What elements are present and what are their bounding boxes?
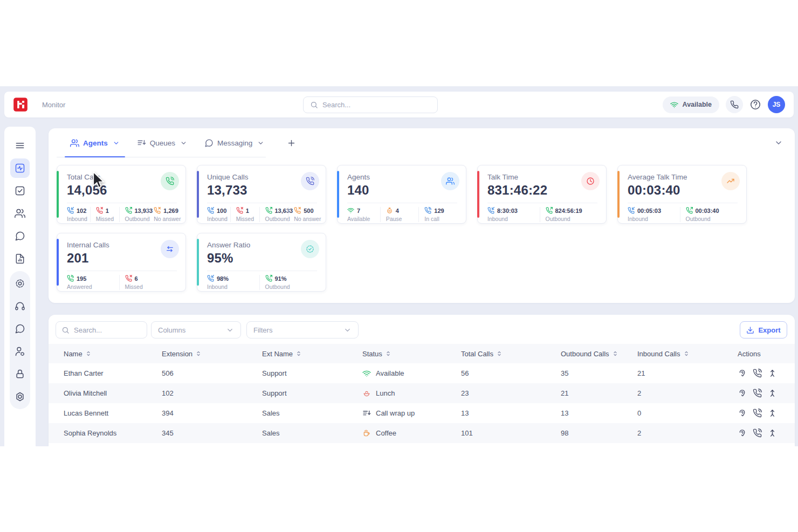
listen-action-button[interactable] <box>738 429 747 438</box>
whisper-action-button[interactable] <box>753 429 762 438</box>
column-header-outbound-calls[interactable]: Outbound Calls <box>561 350 637 358</box>
sort-icon[interactable] <box>385 350 391 357</box>
cell-total-calls: 56 <box>461 369 561 377</box>
stat-card-agents: Agents1407Available4Pause129In call <box>337 165 466 224</box>
listen-action-button[interactable] <box>738 409 747 418</box>
card-accent-bar <box>197 171 199 218</box>
substat-answered: 195Answered <box>67 275 119 290</box>
panel-collapse-button[interactable] <box>774 139 783 147</box>
help-button[interactable] <box>749 99 761 110</box>
tab-agents[interactable]: Agents <box>65 128 125 157</box>
cell-ext-name: Sales <box>262 429 362 437</box>
cell-name: Olivia Mitchell <box>64 389 162 397</box>
table-row[interactable]: Lucas Bennett394SalesCall wrap up13130 <box>49 403 795 423</box>
substat-label: In call <box>424 216 457 222</box>
cell-status: Available <box>362 369 461 378</box>
column-header-name[interactable]: Name <box>64 350 162 358</box>
cell-inbound-calls: 2 <box>637 429 738 437</box>
sidebar-item-menu[interactable] <box>10 134 30 157</box>
merge-icon <box>768 369 777 378</box>
substat-label: Answered <box>67 284 119 290</box>
column-header-inbound-calls[interactable]: Inbound Calls <box>637 350 738 358</box>
sort-icon[interactable] <box>683 350 690 357</box>
sidebar-item-chat-2[interactable] <box>10 317 30 340</box>
phone-call-icon <box>753 429 762 438</box>
column-header-extension[interactable]: Extension <box>162 350 262 358</box>
add-tab-button[interactable] <box>284 135 299 150</box>
download-icon <box>746 326 754 334</box>
barge-action-button[interactable] <box>768 389 777 398</box>
sidebar-item-users[interactable] <box>10 202 30 225</box>
sidebar-item-headset-1[interactable] <box>10 295 30 317</box>
phone-missed-icon <box>236 207 243 214</box>
table-row[interactable]: Olivia Mitchell102SupportLunch23212 <box>49 383 795 403</box>
check-circle-dashed-icon <box>306 245 314 253</box>
page-title: Monitor <box>42 101 65 109</box>
tab-messaging[interactable]: Messaging <box>199 128 270 157</box>
whisper-action-button[interactable] <box>753 389 762 398</box>
chart-line-icon <box>726 177 735 185</box>
sidebar-item-nut-5[interactable] <box>10 385 30 408</box>
listen-action-button[interactable] <box>738 369 747 378</box>
sort-icon[interactable] <box>85 350 92 357</box>
sidebar-item-lock-4[interactable] <box>10 363 30 385</box>
listen-action-button[interactable] <box>738 389 747 398</box>
wifi-icon <box>670 101 678 109</box>
phone-button[interactable] <box>726 96 743 113</box>
table-search-input[interactable] <box>74 326 141 334</box>
tab-label: Agents <box>83 139 108 147</box>
global-search-input[interactable] <box>322 101 431 109</box>
sidebar-item-check-square[interactable] <box>10 179 30 202</box>
substat-value: 129 <box>434 208 444 214</box>
sidebar-item-user-gear-3[interactable] <box>10 340 30 363</box>
sidebar-item-gear-0[interactable] <box>10 272 30 295</box>
card-icon-badge <box>161 240 179 258</box>
table-row[interactable]: Sophia Reynolds345SalesCoffee101982 <box>49 423 795 443</box>
app-logo-icon[interactable] <box>13 97 28 112</box>
cell-ext-name: Support <box>262 369 362 377</box>
sort-icon[interactable] <box>195 350 202 357</box>
search-icon <box>61 326 70 334</box>
substat-value: 824:56:19 <box>555 208 582 214</box>
sidebar-item-file-chart[interactable] <box>10 247 30 270</box>
sidebar-item-activity-square[interactable] <box>10 158 30 178</box>
whisper-action-button[interactable] <box>753 409 762 418</box>
filters-dropdown[interactable]: Filters <box>246 321 359 338</box>
agents-table-panel: Columns Filters Export NameExtensionExt … <box>49 315 795 446</box>
wifi-icon <box>347 207 354 214</box>
avatar[interactable]: JS <box>768 96 785 113</box>
columns-dropdown[interactable]: Columns <box>151 321 241 338</box>
column-header-total-calls[interactable]: Total Calls <box>461 350 561 358</box>
barge-action-button[interactable] <box>768 429 777 438</box>
phone-incoming-icon <box>487 207 494 214</box>
whisper-action-button[interactable] <box>753 369 762 378</box>
sort-icon[interactable] <box>496 350 503 357</box>
chevron-down-icon <box>226 326 234 334</box>
substat-pause: 4Pause <box>380 207 419 222</box>
substat-value: 00:05:03 <box>637 208 661 214</box>
sort-icon[interactable] <box>612 350 618 357</box>
sidebar-item-chat[interactable] <box>10 225 30 247</box>
swap-icon <box>166 245 174 253</box>
cell-extension: 394 <box>162 409 262 417</box>
tab-queues[interactable]: Queues <box>132 128 192 157</box>
chat-icon <box>15 323 25 334</box>
sort-icon[interactable] <box>295 350 302 357</box>
column-header-status[interactable]: Status <box>362 350 461 358</box>
substat-inbound: 98%Inbound <box>207 275 259 290</box>
export-button[interactable]: Export <box>740 321 787 338</box>
barge-action-button[interactable] <box>768 409 777 418</box>
substat-label: Missed <box>236 216 259 222</box>
plus-icon <box>287 139 296 148</box>
cell-actions <box>738 429 786 438</box>
table-row[interactable]: Ethan Carter506SupportAvailable563521 <box>49 363 795 383</box>
global-search[interactable] <box>303 96 438 113</box>
barge-action-button[interactable] <box>768 369 777 378</box>
activity-square-icon <box>15 163 25 174</box>
table-search[interactable] <box>56 321 147 338</box>
cell-ext-name: Sales <box>262 409 362 417</box>
column-header-ext-name[interactable]: Ext Name <box>262 350 362 358</box>
phone-call-icon <box>166 177 174 185</box>
agent-status-pill[interactable]: Available <box>663 96 719 113</box>
users-icon <box>446 177 455 185</box>
